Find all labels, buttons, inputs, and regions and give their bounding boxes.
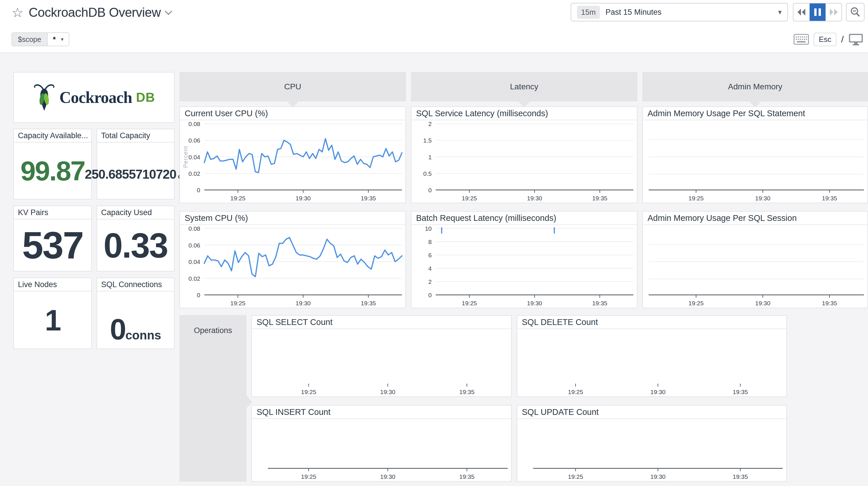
chart-plot[interactable]: 19:2519:3019:35	[252, 419, 511, 481]
tile-value: 250.6855710720	[85, 168, 176, 181]
svg-text:1.5: 1.5	[423, 137, 432, 144]
dashboard-title-row: ☆ CockroachDB Overview	[11, 4, 171, 21]
svg-text:19:35: 19:35	[361, 300, 376, 307]
tile-label: Total Capacity	[97, 129, 174, 143]
group-header-operations[interactable]: Operations	[180, 315, 246, 482]
svg-text:0.02: 0.02	[188, 275, 200, 282]
svg-text:19:25: 19:25	[568, 389, 583, 395]
svg-text:19:25: 19:25	[301, 473, 316, 480]
svg-text:19:35: 19:35	[733, 473, 748, 480]
svg-text:19:30: 19:30	[527, 195, 542, 201]
tile-label: SQL Connections	[97, 278, 174, 291]
chart-plot[interactable]: 19:2519:3019:35	[252, 329, 511, 396]
dashboard-page: ☆ CockroachDB Overview 15m Past 15 Minut…	[0, 0, 868, 486]
time-backward-button[interactable]	[794, 3, 809, 21]
svg-text:8: 8	[428, 238, 432, 245]
template-variable-scope[interactable]: $scope * ▾	[11, 32, 69, 46]
slash-separator: /	[841, 34, 844, 45]
svg-text:19:35: 19:35	[592, 195, 608, 201]
svg-text:19:30: 19:30	[296, 195, 311, 201]
svg-text:19:35: 19:35	[459, 389, 475, 395]
svg-text:19:35: 19:35	[592, 300, 608, 307]
tv-mode-icon[interactable]	[848, 33, 863, 46]
time-range-caret-icon: ▾	[778, 8, 782, 16]
svg-text:19:25: 19:25	[462, 195, 477, 201]
pause-button[interactable]	[809, 3, 825, 21]
svg-text:6: 6	[428, 252, 432, 258]
svg-text:0: 0	[428, 292, 432, 298]
group-header-admin-memory[interactable]: Admin Memory	[642, 72, 868, 102]
svg-text:19:35: 19:35	[361, 195, 376, 201]
tile-label: Live Nodes	[14, 278, 91, 291]
svg-text:19:25: 19:25	[688, 195, 704, 201]
svg-text:2: 2	[428, 120, 432, 127]
rewind-icon	[797, 7, 806, 17]
tile-capacity-used: Capacity Used 0.33	[96, 205, 175, 271]
tile-live-nodes: Live Nodes 1	[13, 278, 92, 349]
svg-text:0.08: 0.08	[188, 120, 200, 127]
tile-label: Capacity Used	[97, 206, 174, 220]
title-chevron-down-icon[interactable]	[165, 7, 172, 15]
svg-text:0.5: 0.5	[423, 170, 432, 177]
svg-text:Percent: Percent	[182, 146, 189, 168]
chart-title: SQL UPDATE Count	[517, 406, 786, 419]
tile-value: 99.87	[21, 157, 85, 185]
chart-plot[interactable]: 19:2519:3019:35	[517, 329, 786, 396]
svg-text:19:25: 19:25	[462, 300, 477, 307]
magnifier-minus-icon	[849, 6, 861, 18]
tile-value: 0	[110, 315, 125, 344]
svg-text:0.08: 0.08	[188, 225, 200, 232]
svg-text:0.04: 0.04	[188, 154, 200, 161]
shortcut-hint-zone: Esc /	[794, 32, 863, 46]
chart-plot[interactable]: 19:2519:3019:35	[643, 225, 867, 308]
svg-text:19:35: 19:35	[459, 473, 475, 480]
favorite-star-icon[interactable]: ☆	[11, 6, 23, 19]
chart-card-sql-insert-count: SQL INSERT Count 19:2519:3019:35	[251, 405, 512, 482]
chart-title: SQL DELETE Count	[517, 316, 786, 329]
svg-text:19:25: 19:25	[230, 195, 246, 201]
chart-title: SQL SELECT Count	[252, 316, 511, 329]
svg-text:19:30: 19:30	[755, 300, 771, 307]
svg-text:19:30: 19:30	[296, 300, 311, 307]
svg-text:19:35: 19:35	[733, 389, 748, 395]
chart-title: Admin Memory Usage Per SQL Statement	[643, 107, 867, 120]
chart-plot[interactable]: 19:2519:3019:35	[517, 419, 786, 481]
svg-text:2: 2	[428, 279, 432, 285]
zoom-out-button[interactable]	[846, 3, 865, 21]
esc-key-badge: Esc	[814, 33, 837, 46]
svg-text:0.04: 0.04	[188, 258, 200, 265]
chart-card-current-user-cpu: Current User CPU (%) 00.020.040.060.0819…	[180, 106, 406, 203]
svg-text:19:30: 19:30	[380, 473, 396, 480]
tile-kv-pairs: KV Pairs 537	[13, 205, 92, 271]
cockroachdb-logo-card: Cockroach DB	[13, 72, 175, 123]
chart-title: System CPU (%)	[180, 211, 405, 225]
group-label: CPU	[284, 82, 301, 91]
scope-variable-name: $scope	[12, 33, 47, 46]
time-forward-button[interactable]	[826, 3, 841, 21]
chart-title: SQL INSERT Count	[252, 406, 511, 419]
logo-wordmark: Cockroach	[60, 88, 132, 107]
chart-plot[interactable]: 024681019:2519:3019:35	[411, 225, 637, 308]
keyboard-icon	[794, 34, 809, 45]
svg-text:19:30: 19:30	[755, 195, 771, 201]
svg-text:19:25: 19:25	[568, 473, 583, 480]
svg-text:19:30: 19:30	[527, 300, 542, 307]
chart-plot[interactable]: 19:2519:3019:35	[643, 120, 867, 203]
tile-value: 0.33	[103, 228, 167, 263]
chart-plot[interactable]: 00.511.5219:2519:3019:35	[411, 120, 637, 203]
svg-text:0.02: 0.02	[188, 170, 200, 177]
group-header-cpu[interactable]: CPU	[180, 72, 406, 102]
chart-plot[interactable]: 00.020.040.060.0819:2519:3019:35Percent	[180, 120, 405, 203]
chart-plot[interactable]: 00.020.040.060.0819:2519:3019:35	[180, 225, 405, 308]
chart-card-sql-delete-count: SQL DELETE Count 19:2519:3019:35	[517, 315, 787, 397]
group-header-latency[interactable]: Latency	[411, 72, 638, 102]
time-range-selector[interactable]: 15m Past 15 Minutes ▾	[571, 3, 788, 21]
top-header: ☆ CockroachDB Overview 15m Past 15 Minut…	[0, 0, 868, 53]
scope-variable-value: *	[53, 35, 56, 44]
chart-card-sql-service-latency: SQL Service Latency (milliseconds) 00.51…	[411, 106, 638, 203]
pause-icon	[814, 8, 821, 16]
page-title[interactable]: CockroachDB Overview	[29, 5, 161, 20]
tile-sql-connections: SQL Connections 0 conns	[96, 278, 175, 349]
tile-label: KV Pairs	[14, 206, 91, 220]
svg-text:0: 0	[197, 292, 200, 298]
